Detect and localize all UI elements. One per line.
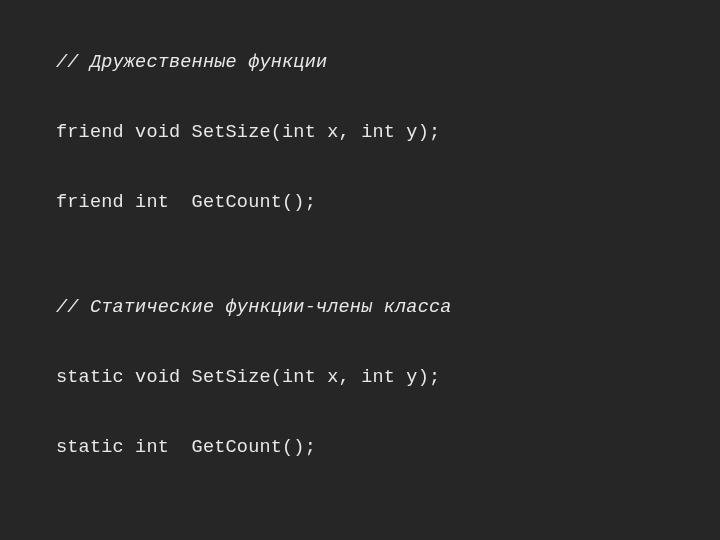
code-line: static void SetSize(int x, int y); [56,360,720,395]
code-line: static int GetCount(); [56,430,720,465]
code-line: // Дружественные функции [56,45,720,80]
code-block: // Дружественные функции friend void Set… [0,0,720,540]
code-line: // Статические функции-члены класса [56,290,720,325]
code-line: friend int GetCount(); [56,185,720,220]
code-line: void Paint(HDC hdc); [56,535,720,540]
code-line: friend void SetSize(int x, int y); [56,115,720,150]
